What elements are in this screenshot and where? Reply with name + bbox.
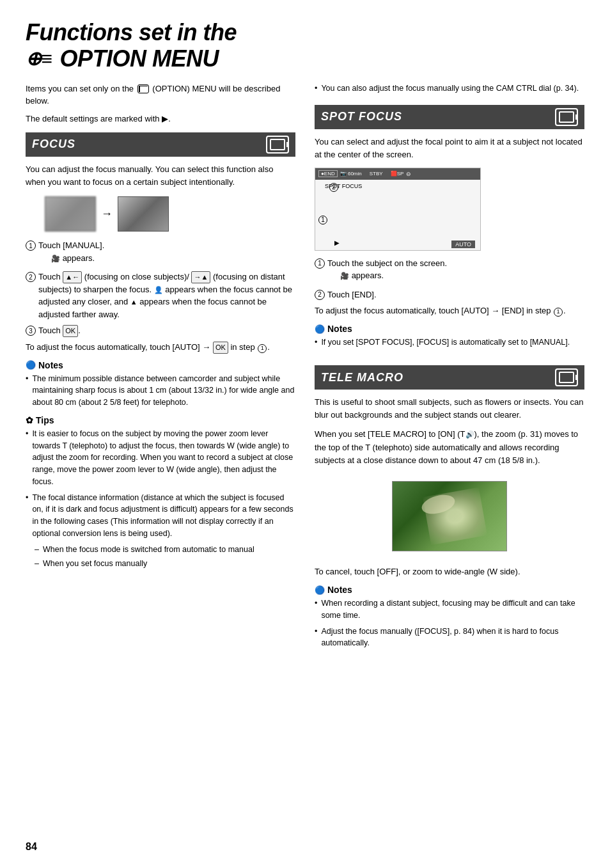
title-block: Functions set in the ⊕≡ OPTION MENU (26, 19, 584, 72)
diagram-auto-btn: AUTO (451, 241, 475, 248)
option-icon: ⊕≡ (26, 48, 52, 70)
diagram-stby: STBY (370, 171, 383, 177)
focus-tips: ✿ Tips • It is easier to focus on the su… (26, 415, 295, 570)
tips-label: Tips (36, 415, 54, 425)
focus-tip-1: • It is easier to focus on the subject b… (26, 428, 295, 488)
focus-notes-header: 🔵 Notes (26, 360, 295, 370)
tele-macro-notes-header: 🔵 Notes (315, 585, 584, 595)
focus-tip-dash-2: – When you set focus manually (35, 558, 295, 570)
focus-icon (266, 136, 289, 154)
focus-arrow: → (101, 207, 113, 221)
focus-tip-dash-text-1: When the focus mode is switched from aut… (43, 544, 254, 556)
tele-macro-body2: When you set [TELE MACRO] to [ON] (T🔊), … (315, 428, 584, 466)
right-intro-text: You can also adjust the focus manually u… (321, 83, 579, 95)
step-number-1: 1 (26, 241, 36, 251)
spot-step-1-sub: 🎥 appears. (340, 269, 447, 282)
spot-focus-notes: 🔵 Notes • If you set [SPOT FOCUS], [FOCU… (315, 324, 584, 349)
notes-icon: 🔵 (26, 360, 36, 370)
spot-step-number-2: 2 (315, 290, 325, 300)
page-title-line1: Functions set in the (26, 19, 584, 45)
tele-macro-notes: 🔵 Notes • When recording a distant subje… (315, 585, 584, 649)
step-number-2: 2 (26, 272, 36, 282)
spot-step-number-1: 1 (315, 258, 325, 269)
spot-focus-icon (555, 108, 578, 126)
focus-notes: 🔵 Notes • The minimum possible distance … (26, 360, 295, 409)
tips-icon: ✿ (26, 415, 33, 425)
spot-step-1: 1 Touch the subject on the screen. 🎥 app… (315, 257, 584, 285)
step-1-label: Touch [MANUAL]. (38, 241, 104, 250)
tele-note-text-2: Adjust the focus manually ([FOCUS], p. 8… (321, 626, 584, 650)
tele-note-text-1: When recording a distant subject, focusi… (321, 597, 584, 622)
focus-note-1: • The minimum possible distance between … (26, 373, 295, 409)
left-column: Items you can set only on the (OPTION) M… (26, 83, 295, 656)
focus-tip-dash-text-2: When you set focus manually (43, 558, 147, 570)
tele-note-2: • Adjust the focus manually ([FOCUS], p.… (315, 626, 584, 650)
step-3-label: Touch OK. (38, 326, 81, 335)
focus-tips-header: ✿ Tips (26, 415, 295, 425)
right-column: • You can also adjust the focus manually… (315, 83, 584, 656)
focus-tip-text-1: It is easier to focus on the subject by … (32, 428, 295, 488)
spot-focus-notes-header: 🔵 Notes (315, 324, 584, 334)
spot-step-2-label: Touch [END]. (327, 290, 377, 299)
spot-step-2: 2 Touch [END]. (315, 288, 584, 301)
tele-macro-body1: This is useful to shoot small subjects, … (315, 396, 584, 422)
spot-notes-icon: 🔵 (315, 324, 325, 334)
spot-note-text-1: If you set [SPOT FOCUS], [FOCUS] is auto… (321, 336, 570, 349)
spot-focus-section-header: SPOT FOCUS (315, 105, 584, 129)
focus-images: → (45, 196, 295, 232)
focus-title: FOCUS (32, 138, 75, 151)
tele-macro-cancel: To cancel, touch [OFF], or zoom to wide-… (315, 565, 584, 578)
step-1-sub: 🎥 appears. (51, 252, 104, 265)
focus-step-1: 1 Touch [MANUAL]. 🎥 appears. (26, 239, 295, 267)
focus-note-text-1: The minimum possible distance between ca… (32, 373, 295, 409)
step-number-3: 3 (26, 326, 36, 336)
focus-step-3: 3 Touch OK. (26, 324, 295, 337)
tele-macro-title: TELE MACRO (321, 371, 403, 384)
diagram-sp: 🟥SP (391, 171, 404, 177)
step-2-label: Touch ▲← (focusing on close subjects)/ →… (38, 272, 292, 319)
spot-focus-diagram: ●END 📷 60min STBY 🟥SP ⊖ SPOT FOCUS 2 1 A… (315, 168, 481, 251)
spot-focus-auto-step: To adjust the focus automatically, touch… (315, 304, 584, 317)
tele-macro-image-container (315, 473, 584, 559)
spot-focus-title: SPOT FOCUS (321, 110, 402, 123)
focus-section-header: FOCUS (26, 132, 295, 157)
diagram-num2: 2 (329, 183, 338, 192)
spot-note-1: • If you set [SPOT FOCUS], [FOCUS] is au… (315, 336, 584, 349)
page-number: 84 (26, 841, 37, 853)
focus-auto-step: To adjust the focus automatically, touch… (26, 341, 295, 354)
spot-step-1-label: Touch the subject on the screen. (327, 258, 447, 268)
focus-body: You can adjust the focus manually. You c… (26, 163, 295, 189)
tele-macro-section-header: TELE MACRO (315, 365, 584, 390)
diagram-play-icon: ▶ (334, 239, 340, 246)
diagram-body: SPOT FOCUS 2 1 AUTO ▶ (315, 180, 480, 251)
tele-macro-icon (555, 368, 578, 386)
right-intro-bullet: • You can also adjust the focus manually… (315, 83, 584, 95)
tele-notes-label: Notes (327, 585, 352, 595)
focus-image-blurry (45, 196, 96, 232)
tele-notes-icon: 🔵 (315, 585, 325, 595)
diagram-top-bar: ●END 📷 60min STBY 🟥SP ⊖ (315, 168, 480, 180)
page-title-line2: ⊕≡ OPTION MENU (26, 45, 584, 72)
spot-notes-label: Notes (327, 324, 352, 334)
diagram-battery: ⊖ (406, 171, 411, 177)
tele-macro-image (392, 481, 507, 551)
spot-focus-body: You can select and adjust the focal poin… (315, 136, 584, 161)
notes-label: Notes (38, 360, 63, 370)
default-mark: The default settings are marked with ▶. (26, 114, 295, 123)
intro-text-1: Items you can set only on the (OPTION) M… (26, 83, 295, 107)
diagram-num1: 1 (318, 216, 327, 225)
diagram-end-label: ●END (318, 170, 338, 177)
focus-step-2: 2 Touch ▲← (focusing on close subjects)/… (26, 271, 295, 320)
focus-tip-2: • The focal distance information (distan… (26, 492, 295, 540)
diagram-time: 📷 60min (340, 171, 362, 177)
tele-note-1: • When recording a distant subject, focu… (315, 597, 584, 622)
focus-image-sharp (118, 196, 169, 232)
focus-tip-text-2: The focal distance information (distance… (32, 492, 295, 540)
focus-tip-dash-1: – When the focus mode is switched from a… (35, 544, 295, 556)
